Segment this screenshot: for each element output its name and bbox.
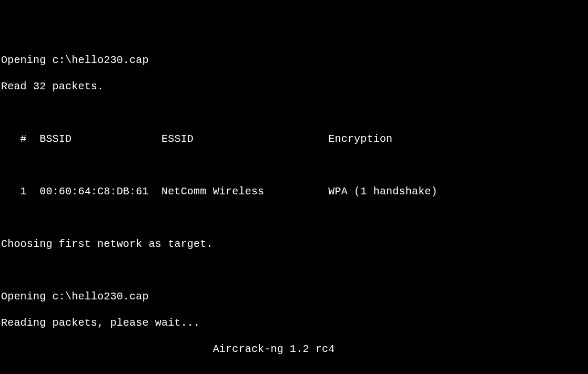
blank xyxy=(1,159,588,172)
blank xyxy=(1,369,588,374)
network-table-row: 1 00:60:64:C8:DB:61 NetComm Wireless WPA… xyxy=(1,185,588,198)
read-packets-line: Read 32 packets. xyxy=(1,80,588,93)
blank xyxy=(1,264,588,277)
reading-packets-line: Reading packets, please wait... xyxy=(1,316,588,329)
blank xyxy=(1,106,588,119)
aircrack-title: Aircrack-ng 1.2 rc4 xyxy=(1,342,588,356)
opening-line-2: Opening c:\hello230.cap xyxy=(1,290,588,303)
network-table-header: # BSSID ESSID Encryption xyxy=(1,132,588,146)
opening-line-1: Opening c:\hello230.cap xyxy=(1,54,588,67)
choosing-target-line: Choosing first network as target. xyxy=(1,237,588,251)
blank xyxy=(1,211,588,224)
